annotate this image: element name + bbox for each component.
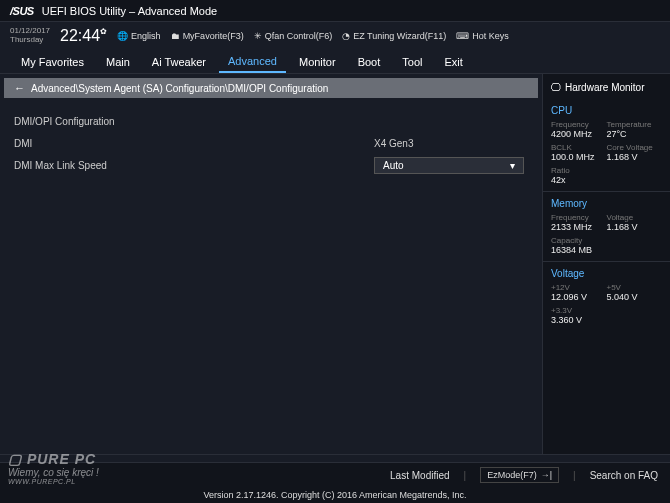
mem-volt: 1.168 V [607, 222, 663, 232]
section-heading: DMI/OPI Configuration [14, 110, 528, 132]
globe-icon: 🌐 [117, 31, 128, 41]
watermark: ▢ PURE PC Wiemy, co się kręci ! WWW.PURE… [8, 451, 99, 485]
language-selector[interactable]: 🌐 English [117, 31, 161, 41]
tab-exit[interactable]: Exit [435, 52, 471, 72]
window-title: UEFI BIOS Utility – Advanced Mode [42, 5, 217, 17]
sidebar-title: 🖵 Hardware Monitor [551, 80, 662, 99]
tab-aitweaker[interactable]: Ai Tweaker [143, 52, 215, 72]
clock: 22:44✿ [60, 27, 107, 45]
voltage-section: Voltage [551, 268, 662, 279]
version-text: Version 2.17.1246. Copyright (C) 2016 Am… [0, 487, 670, 503]
v5: 5.040 V [607, 292, 663, 302]
tab-main[interactable]: Main [97, 52, 139, 72]
bclk-label: BCLK [551, 143, 607, 152]
datetime-block: 01/12/2017 Thursday [10, 27, 50, 45]
hardware-monitor-panel: 🖵 Hardware Monitor CPU Frequency4200 MHz… [542, 74, 670, 454]
v33: 3.360 V [551, 315, 662, 325]
exit-icon: →| [541, 470, 552, 480]
v5-label: +5V [607, 283, 663, 292]
setting-label: DMI Max Link Speed [14, 160, 374, 171]
setting-dmi: DMI X4 Gen3 [14, 132, 528, 154]
qfan-label: Qfan Control(F6) [265, 31, 333, 41]
fan-icon: ✳ [254, 31, 262, 41]
mem-volt-label: Voltage [607, 213, 663, 222]
core-voltage: 1.168 V [607, 152, 663, 162]
section-title: DMI/OPI Configuration [14, 116, 374, 127]
setting-value: X4 Gen3 [374, 138, 413, 149]
cpu-freq-label: Frequency [551, 120, 607, 129]
cpu-section: CPU [551, 105, 662, 116]
cpu-temp-label: Temperature [607, 120, 663, 129]
myfavorite-label: MyFavorite(F3) [183, 31, 244, 41]
mem-freq: 2133 MHz [551, 222, 607, 232]
title-bar: /SUS UEFI BIOS Utility – Advanced Mode [0, 0, 670, 22]
search-faq-button[interactable]: Search on FAQ [590, 470, 658, 481]
bclk: 100.0 MHz [551, 152, 607, 162]
eztuning-button[interactable]: ◔ EZ Tuning Wizard(F11) [342, 31, 446, 41]
dmi-max-link-speed-dropdown[interactable]: Auto ▾ [374, 157, 524, 174]
monitor-icon: 🖵 [551, 82, 561, 93]
breadcrumb[interactable]: ← Advanced\System Agent (SA) Configurati… [4, 78, 538, 98]
myfavorite-button[interactable]: 🖿 MyFavorite(F3) [171, 31, 244, 41]
wizard-icon: ◔ [342, 31, 350, 41]
setting-label: DMI [14, 138, 374, 149]
ezmode-label: EzMode(F7) [487, 470, 537, 480]
cpu-freq: 4200 MHz [551, 129, 607, 139]
content-panel: ← Advanced\System Agent (SA) Configurati… [0, 74, 542, 454]
ratio-label: Ratio [551, 166, 662, 175]
core-voltage-label: Core Voltage [607, 143, 663, 152]
language-label: English [131, 31, 161, 41]
ezmode-button[interactable]: EzMode(F7) →| [480, 467, 559, 483]
keyboard-icon: ⌨ [456, 31, 469, 41]
gear-icon[interactable]: ✿ [100, 27, 107, 36]
tab-boot[interactable]: Boot [349, 52, 390, 72]
tab-advanced[interactable]: Advanced [219, 51, 286, 73]
breadcrumb-text: Advanced\System Agent (SA) Configuration… [31, 83, 328, 94]
qfan-button[interactable]: ✳ Qfan Control(F6) [254, 31, 333, 41]
mem-cap-label: Capacity [551, 236, 662, 245]
setting-dmi-max-link-speed: DMI Max Link Speed Auto ▾ [14, 154, 528, 176]
tab-tool[interactable]: Tool [393, 52, 431, 72]
v12-label: +12V [551, 283, 607, 292]
date-text: 01/12/2017 [10, 26, 50, 35]
folder-icon: 🖿 [171, 31, 180, 41]
mem-cap: 16384 MB [551, 245, 662, 255]
eztuning-label: EZ Tuning Wizard(F11) [353, 31, 446, 41]
dropdown-value: Auto [383, 160, 404, 171]
main-tabs: My Favorites Main Ai Tweaker Advanced Mo… [0, 50, 670, 74]
footer: Last Modified | EzMode(F7) →| | Search o… [0, 462, 670, 503]
brand-logo: /SUS [10, 5, 34, 17]
last-modified-button[interactable]: Last Modified [390, 470, 449, 481]
v12: 12.096 V [551, 292, 607, 302]
tab-myfavorites[interactable]: My Favorites [12, 52, 93, 72]
info-bar: 01/12/2017 Thursday 22:44✿ 🌐 English 🖿 M… [0, 22, 670, 50]
chevron-down-icon: ▾ [510, 160, 515, 171]
day-text: Thursday [10, 35, 43, 44]
back-arrow-icon[interactable]: ← [14, 82, 25, 94]
ratio: 42x [551, 175, 662, 185]
mem-freq-label: Frequency [551, 213, 607, 222]
v33-label: +3.3V [551, 306, 662, 315]
hotkeys-label: Hot Keys [472, 31, 509, 41]
memory-section: Memory [551, 198, 662, 209]
hotkeys-button[interactable]: ⌨ Hot Keys [456, 31, 509, 41]
tab-monitor[interactable]: Monitor [290, 52, 345, 72]
cpu-temp: 27°C [607, 129, 663, 139]
